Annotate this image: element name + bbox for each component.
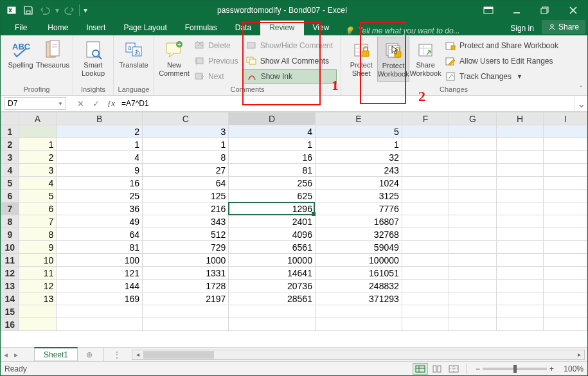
cell-I1[interactable] xyxy=(544,125,587,138)
cell-C9[interactable]: 512 xyxy=(143,228,229,241)
previous-comment-button[interactable]: Previous xyxy=(190,54,242,68)
row-header-11[interactable]: 11 xyxy=(1,254,19,267)
insert-function-icon[interactable]: ƒx xyxy=(103,96,119,111)
cell-A6[interactable]: 5 xyxy=(19,190,57,202)
cell-F16[interactable] xyxy=(402,318,449,331)
cell-G16[interactable] xyxy=(449,318,497,331)
cell-A2[interactable]: 1 xyxy=(19,138,57,151)
cell-C13[interactable]: 1728 xyxy=(143,280,229,292)
close-icon[interactable] xyxy=(559,1,587,20)
horizontal-scrollbar[interactable]: ◂▸ xyxy=(129,348,587,361)
cell-G10[interactable] xyxy=(449,241,497,254)
cell-H6[interactable] xyxy=(496,190,544,202)
cell-B16[interactable] xyxy=(57,318,143,331)
cell-B5[interactable]: 16 xyxy=(57,177,143,190)
cell-F5[interactable] xyxy=(402,177,449,190)
restore-icon[interactable] xyxy=(531,1,559,20)
cell-B12[interactable]: 121 xyxy=(57,267,143,280)
cell-E7[interactable]: 7776 xyxy=(315,202,402,215)
cell-C11[interactable]: 1000 xyxy=(143,254,229,267)
cell-A11[interactable]: 10 xyxy=(19,254,57,267)
cell-I5[interactable] xyxy=(544,177,587,190)
cell-H1[interactable] xyxy=(496,125,544,138)
cell-G11[interactable] xyxy=(449,254,497,267)
cell-C3[interactable]: 8 xyxy=(143,151,229,164)
cell-E1[interactable]: 5 xyxy=(315,125,402,138)
cell-C7[interactable]: 216 xyxy=(143,202,229,215)
cell-G12[interactable] xyxy=(449,267,497,280)
cell-F9[interactable] xyxy=(402,228,449,241)
cell-H13[interactable] xyxy=(496,280,544,292)
tab-review[interactable]: Review xyxy=(260,21,303,35)
spelling-button[interactable]: ABC Spelling xyxy=(4,37,37,80)
cell-G8[interactable] xyxy=(449,215,497,228)
cell-D10[interactable]: 6561 xyxy=(229,241,316,254)
new-comment-button[interactable]: + New Comment xyxy=(158,37,190,80)
cell-B14[interactable]: 169 xyxy=(57,292,143,305)
zoom-out-icon[interactable]: − xyxy=(476,364,480,373)
cell-B7[interactable]: 36 xyxy=(57,202,143,215)
protect-share-workbook-button[interactable]: Protect and Share Workbook xyxy=(441,39,562,53)
cell-C8[interactable]: 343 xyxy=(143,215,229,228)
cell-B2[interactable]: 1 xyxy=(57,138,143,151)
show-ink-button[interactable]: Show Ink xyxy=(242,69,337,84)
cell-D3[interactable]: 16 xyxy=(229,151,316,164)
tell-me-search[interactable]: 💡 Tell me what you want to do... xyxy=(338,26,466,35)
sheet-nav-prev-icon[interactable]: ◂ xyxy=(1,348,11,361)
row-header-7[interactable]: 7 xyxy=(1,202,19,215)
cell-G7[interactable] xyxy=(449,202,497,215)
row-header-10[interactable]: 10 xyxy=(1,241,19,254)
tab-view[interactable]: View xyxy=(304,21,339,35)
expand-formula-bar-icon[interactable]: ⌄ xyxy=(575,96,587,111)
cell-H16[interactable] xyxy=(496,318,544,331)
cell-C2[interactable]: 1 xyxy=(143,138,229,151)
row-header-8[interactable]: 8 xyxy=(1,215,19,228)
name-box[interactable]: D7▼ xyxy=(4,97,66,110)
cell-G6[interactable] xyxy=(449,190,497,202)
cell-A4[interactable]: 3 xyxy=(19,164,57,177)
cell-D15[interactable] xyxy=(229,305,316,318)
cell-F13[interactable] xyxy=(402,280,449,292)
sheet-nav-next-icon[interactable]: ▸ xyxy=(11,348,21,361)
redo-icon[interactable] xyxy=(61,2,78,19)
cell-I13[interactable] xyxy=(544,280,587,292)
cell-E9[interactable]: 32768 xyxy=(315,228,402,241)
cell-D5[interactable]: 256 xyxy=(229,177,316,190)
row-header-14[interactable]: 14 xyxy=(1,292,19,305)
cancel-formula-icon[interactable]: ✕ xyxy=(73,96,88,111)
cell-A9[interactable]: 8 xyxy=(19,228,57,241)
cell-B10[interactable]: 81 xyxy=(57,241,143,254)
cell-F3[interactable] xyxy=(402,151,449,164)
cell-G2[interactable] xyxy=(449,138,497,151)
track-changes-button[interactable]: Track Changes▼ xyxy=(441,69,562,84)
cell-A10[interactable]: 9 xyxy=(19,241,57,254)
col-header-A[interactable]: A xyxy=(19,112,57,125)
cell-B4[interactable]: 9 xyxy=(57,164,143,177)
cell-D7[interactable]: 1296 xyxy=(229,202,316,215)
undo-icon[interactable] xyxy=(37,2,53,19)
cell-C12[interactable]: 1331 xyxy=(143,267,229,280)
cell-C15[interactable] xyxy=(143,305,229,318)
cell-A8[interactable]: 7 xyxy=(19,215,57,228)
cell-F8[interactable] xyxy=(402,215,449,228)
cell-I8[interactable] xyxy=(544,215,587,228)
cell-F1[interactable] xyxy=(402,125,449,138)
cell-B9[interactable]: 64 xyxy=(57,228,143,241)
cell-A14[interactable]: 13 xyxy=(19,292,57,305)
share-button[interactable]: Share xyxy=(542,20,585,34)
cell-E8[interactable]: 16807 xyxy=(315,215,402,228)
cell-C5[interactable]: 64 xyxy=(143,177,229,190)
cell-H4[interactable] xyxy=(496,164,544,177)
row-header-1[interactable]: 1 xyxy=(1,125,19,138)
cell-E12[interactable]: 161051 xyxy=(315,267,402,280)
next-comment-button[interactable]: Next xyxy=(190,69,242,84)
cell-B3[interactable]: 4 xyxy=(57,151,143,164)
cell-D11[interactable]: 10000 xyxy=(229,254,316,267)
zoom-control[interactable]: − + 100% xyxy=(476,364,584,373)
cell-A15[interactable] xyxy=(19,305,57,318)
normal-view-icon[interactable] xyxy=(413,363,428,375)
cell-H5[interactable] xyxy=(496,177,544,190)
cell-B11[interactable]: 100 xyxy=(57,254,143,267)
tab-page-layout[interactable]: Page Layout xyxy=(114,21,175,35)
allow-edit-ranges-button[interactable]: Allow Users to Edit Ranges xyxy=(441,54,562,68)
